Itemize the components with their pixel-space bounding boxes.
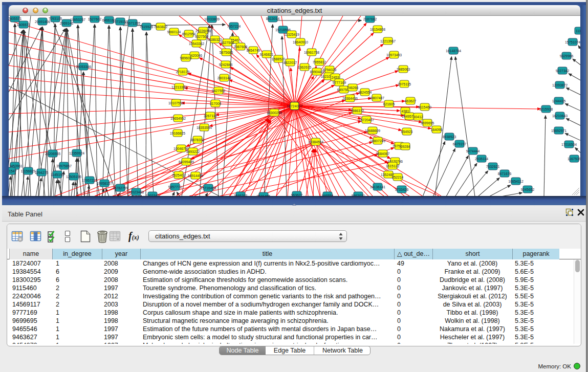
svg-text:1167539: 1167539 xyxy=(568,157,580,161)
svg-text:16154808: 16154808 xyxy=(370,28,385,31)
svg-text:9242848: 9242848 xyxy=(219,63,233,67)
svg-text:2069146: 2069146 xyxy=(60,21,74,25)
svg-text:1145193: 1145193 xyxy=(51,173,64,177)
svg-text:1527602: 1527602 xyxy=(88,17,102,21)
svg-text:16961758: 16961758 xyxy=(304,51,319,54)
svg-text:3824554: 3824554 xyxy=(358,91,372,94)
svg-text:19958157: 19958157 xyxy=(97,182,112,185)
svg-text:20691406: 20691406 xyxy=(35,20,50,24)
svg-text:3267110: 3267110 xyxy=(204,114,217,118)
svg-text:1294275: 1294275 xyxy=(35,171,49,174)
svg-text:9474444: 9474444 xyxy=(466,149,480,153)
svg-text:8990443: 8990443 xyxy=(310,70,324,74)
svg-text:69284: 69284 xyxy=(401,145,410,148)
svg-text:5493222: 5493222 xyxy=(186,150,200,154)
svg-text:2935114: 2935114 xyxy=(475,157,488,161)
svg-text:12213967: 12213967 xyxy=(380,39,396,43)
svg-text:10654112: 10654112 xyxy=(508,180,524,183)
svg-text:1405571: 1405571 xyxy=(17,23,31,27)
svg-text:7625402: 7625402 xyxy=(172,173,186,177)
svg-text:8471676: 8471676 xyxy=(498,172,512,176)
svg-text:84099489: 84099489 xyxy=(179,160,194,164)
svg-text:2367608: 2367608 xyxy=(234,45,248,49)
svg-text:9427552: 9427552 xyxy=(212,89,226,93)
svg-text:7093105: 7093105 xyxy=(49,17,62,20)
svg-text:6479197: 6479197 xyxy=(453,142,467,146)
svg-text:9660124: 9660124 xyxy=(167,30,181,34)
svg-text:15716485: 15716485 xyxy=(201,186,216,190)
svg-text:3215938: 3215938 xyxy=(539,107,553,111)
svg-text:7955812: 7955812 xyxy=(313,60,326,64)
svg-text:18724007: 18724007 xyxy=(287,104,302,108)
svg-text:12213383: 12213383 xyxy=(171,85,187,89)
svg-text:10543362: 10543362 xyxy=(189,42,204,46)
svg-text:317004: 317004 xyxy=(210,102,222,105)
svg-text:9227342: 9227342 xyxy=(556,69,570,73)
svg-text:2718179: 2718179 xyxy=(176,70,190,74)
svg-text:1244415: 1244415 xyxy=(552,99,566,103)
svg-text:10033809: 10033809 xyxy=(204,17,220,21)
svg-text:654923: 654923 xyxy=(401,130,413,134)
svg-text:8454749: 8454749 xyxy=(247,49,260,52)
svg-text:391547: 391547 xyxy=(9,169,17,173)
svg-text:16148784: 16148784 xyxy=(446,49,461,53)
svg-text:12505195: 12505195 xyxy=(66,175,81,179)
svg-text:963627: 963627 xyxy=(291,193,303,196)
svg-text:16210643: 16210643 xyxy=(552,114,568,118)
svg-text:15751074: 15751074 xyxy=(565,40,580,44)
svg-text:7632621: 7632621 xyxy=(486,165,500,168)
svg-text:12023448: 12023448 xyxy=(128,190,144,194)
svg-text:19654952: 19654952 xyxy=(170,117,186,120)
svg-text:17016504: 17016504 xyxy=(561,143,577,146)
svg-text:9777169: 9777169 xyxy=(333,81,346,84)
svg-text:9146821: 9146821 xyxy=(260,53,274,56)
svg-text:9327500: 9327500 xyxy=(195,35,209,38)
svg-text:1846203: 1846203 xyxy=(234,194,248,196)
svg-text:989603: 989603 xyxy=(180,56,192,60)
svg-text:463627: 463627 xyxy=(405,99,417,103)
svg-text:8878332: 8878332 xyxy=(191,138,205,142)
svg-text:16782759: 16782759 xyxy=(113,186,128,190)
svg-text:8462031: 8462031 xyxy=(352,194,365,196)
svg-text:11325419: 11325419 xyxy=(284,33,299,36)
svg-text:7357224: 7357224 xyxy=(227,25,241,28)
svg-text:9115460: 9115460 xyxy=(418,105,431,109)
svg-text:2405571: 2405571 xyxy=(9,17,21,20)
svg-text:9329966: 9329966 xyxy=(560,54,574,58)
svg-text:2187682: 2187682 xyxy=(363,17,377,21)
svg-text:1112: 1112 xyxy=(576,29,580,33)
svg-text:10107553: 10107553 xyxy=(168,101,184,105)
svg-text:9121485: 9121485 xyxy=(257,194,271,196)
svg-text:11156829: 11156829 xyxy=(20,169,35,173)
svg-text:8413014: 8413014 xyxy=(266,17,280,20)
svg-text:9684067: 9684067 xyxy=(376,152,390,156)
svg-text:252214: 252214 xyxy=(392,176,404,179)
svg-text:1733426: 1733426 xyxy=(395,188,409,191)
svg-text:18300295: 18300295 xyxy=(267,111,282,115)
svg-text:9857771: 9857771 xyxy=(168,185,182,189)
svg-text:15720407: 15720407 xyxy=(359,118,374,122)
svg-text:5875685: 5875685 xyxy=(220,51,233,54)
svg-text:10807487: 10807487 xyxy=(369,96,384,100)
svg-text:14914459: 14914459 xyxy=(188,174,203,178)
svg-text:7663822: 7663822 xyxy=(154,25,168,29)
svg-text:7485063: 7485063 xyxy=(397,68,410,71)
svg-text:2975115: 2975115 xyxy=(398,82,411,86)
svg-text:2803144: 2803144 xyxy=(217,76,231,80)
svg-text:12359924: 12359924 xyxy=(69,151,84,155)
svg-text:164095: 164095 xyxy=(431,128,443,132)
svg-text:10688609: 10688609 xyxy=(365,129,380,133)
svg-text:20364436: 20364436 xyxy=(342,97,358,100)
svg-text:8938923: 8938923 xyxy=(443,135,456,139)
svg-text:20206555: 20206555 xyxy=(45,152,60,156)
svg-text:1362615: 1362615 xyxy=(298,65,312,69)
svg-text:18640910: 18640910 xyxy=(293,40,308,44)
svg-text:19384554: 19384554 xyxy=(308,140,323,144)
svg-text:14136141: 14136141 xyxy=(370,185,385,189)
svg-text:8822017: 8822017 xyxy=(284,61,297,64)
svg-text:10653257: 10653257 xyxy=(70,18,85,21)
svg-text:12093872: 12093872 xyxy=(552,83,568,87)
svg-text:30412: 30412 xyxy=(413,115,423,119)
svg-text:8912954: 8912954 xyxy=(182,32,196,36)
svg-text:15692971: 15692971 xyxy=(551,129,567,133)
